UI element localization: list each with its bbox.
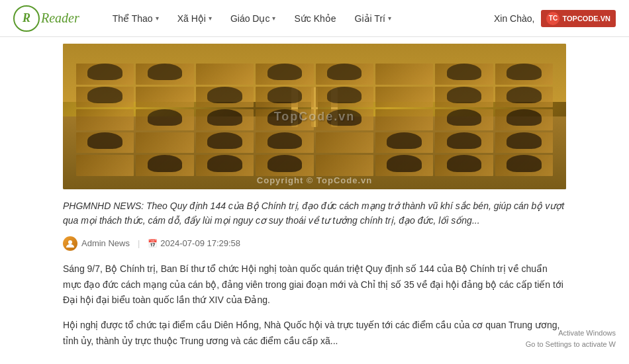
desk-unit: [316, 64, 373, 85]
article-paragraph-2: Hội nghị được tổ chức tại điểm cầu Diên …: [63, 318, 566, 349]
desks-area: [76, 64, 553, 176]
desk-unit: [495, 155, 553, 176]
desk-unit: [375, 87, 433, 108]
desk-unit: [316, 132, 373, 154]
nav-item-the-thao[interactable]: Thể Thao ▾: [106, 9, 166, 28]
desk-unit: [316, 109, 373, 130]
topcode-icon: TC: [546, 12, 559, 25]
calendar-icon: 📅: [148, 239, 158, 248]
desk-unit: [136, 87, 193, 108]
desk-unit: [495, 64, 553, 85]
nav-item-giao-duc[interactable]: Giáo Dục ▾: [224, 9, 283, 28]
desk-unit: [76, 132, 134, 154]
user-icon: [66, 239, 75, 248]
desk-unit: [495, 132, 553, 154]
desk-unit: [76, 109, 134, 130]
article-summary: PHGMNHD NEWS: Theo Quy định 144 của Bộ C…: [63, 199, 566, 228]
meta-divider: |: [138, 238, 140, 248]
desk-unit: [196, 155, 254, 176]
topcode-label: TOPCODE.VN: [562, 15, 610, 23]
desk-unit: [256, 87, 313, 108]
header-right: Xin Chào, TC TOPCODE.VN: [494, 10, 616, 27]
main-content: TopCode.vn Copyright © TopCode.vn PHGMNH…: [50, 37, 579, 364]
article-body: Sáng 9/7, Bộ Chính trị, Ban Bí thư tổ ch…: [63, 261, 566, 349]
author-name: Admin News: [81, 238, 130, 248]
desk-unit: [375, 132, 433, 154]
desk-unit: [316, 155, 373, 176]
desk-unit: [495, 87, 553, 108]
desk-unit: [256, 64, 313, 85]
nav-item-suc-khoe[interactable]: Sức Khỏe: [287, 9, 342, 28]
article-paragraph-1: Sáng 9/7, Bộ Chính trị, Ban Bí thư tổ ch…: [63, 261, 566, 308]
desk-unit: [196, 64, 254, 85]
image-copyright: Copyright © TopCode.vn: [257, 175, 372, 185]
desk-unit: [136, 155, 193, 176]
site-header: R Reader Thể Thao ▾ Xã Hội ▾ Giáo Dục ▾ …: [0, 0, 629, 37]
desk-unit: [375, 109, 433, 130]
desk-unit: [256, 109, 313, 130]
desk-unit: [76, 64, 134, 85]
desk-unit: [375, 155, 433, 176]
desk-unit: [76, 87, 134, 108]
desk-unit: [136, 132, 193, 154]
article-author: Admin News: [63, 236, 130, 251]
nav-item-giai-tri[interactable]: Giải Trí ▾: [348, 9, 398, 28]
desk-unit: [196, 87, 254, 108]
desk-unit: [435, 87, 493, 108]
desk-unit: [76, 155, 134, 176]
desk-unit: [435, 109, 493, 130]
chevron-down-icon: ▾: [272, 15, 275, 22]
desk-unit: [256, 155, 313, 176]
nav-item-xa-hoi[interactable]: Xã Hội ▾: [171, 9, 218, 28]
desk-unit: [435, 132, 493, 154]
desk-unit: [316, 87, 373, 108]
desk-unit: [136, 109, 193, 130]
desk-unit: [256, 132, 313, 154]
desk-unit: [136, 64, 193, 85]
logo-icon: R: [13, 5, 40, 32]
greeting-text: Xin Chào,: [494, 13, 534, 24]
date-text: 2024-07-09 17:29:58: [160, 238, 240, 248]
chevron-down-icon: ▾: [388, 15, 391, 22]
chevron-down-icon: ▾: [209, 15, 212, 22]
svg-point-0: [68, 240, 72, 244]
article-image: TopCode.vn Copyright © TopCode.vn: [63, 44, 566, 189]
main-nav: Thể Thao ▾ Xã Hội ▾ Giáo Dục ▾ Sức Khỏe …: [106, 9, 494, 28]
hall-interior: [63, 44, 566, 189]
desk-unit: [495, 109, 553, 130]
topcode-link[interactable]: TC TOPCODE.VN: [541, 10, 616, 27]
article-meta: Admin News | 📅 2024-07-09 17:29:58: [63, 236, 566, 251]
logo-link[interactable]: R Reader: [13, 5, 79, 32]
article-image-container: TopCode.vn Copyright © TopCode.vn: [63, 44, 566, 189]
desk-unit: [375, 64, 433, 85]
desk-unit: [435, 64, 493, 85]
logo-text: Reader: [41, 11, 79, 26]
article-date: 📅 2024-07-09 17:29:58: [148, 238, 240, 248]
chevron-down-icon: ▾: [156, 15, 159, 22]
desk-unit: [196, 109, 254, 130]
desk-unit: [196, 132, 254, 154]
author-avatar: [63, 236, 77, 251]
desk-unit: [435, 155, 493, 176]
